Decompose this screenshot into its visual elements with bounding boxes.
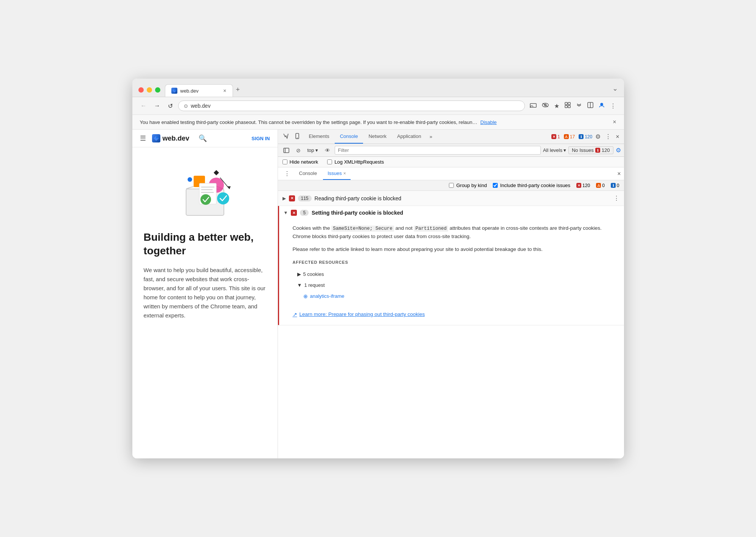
notification-close-button[interactable]: × — [613, 119, 616, 125]
sign-in-button[interactable]: SIGN IN — [251, 136, 270, 141]
issues-info-icon: ℹ — [611, 183, 616, 188]
issues-info-badge: ℹ 0 — [611, 183, 619, 188]
setting-cookie-issue-header[interactable]: ▼ ✕ 5 Setting third-party cookie is bloc… — [279, 206, 624, 220]
tab-bar: web.dev × + — [165, 83, 608, 97]
cookies-label: 5 cookies — [303, 271, 324, 279]
tab-network[interactable]: Network — [363, 130, 392, 144]
console-settings-button[interactable]: ⚙ — [616, 147, 621, 154]
window-controls: ⌄ — [612, 84, 618, 93]
hide-network-checkbox[interactable]: Hide network — [283, 159, 318, 165]
devtools-close-button[interactable]: × — [614, 132, 621, 142]
info-icon: ℹ — [579, 134, 584, 139]
setting-cookie-issue-group: ▼ ✕ 5 Setting third-party cookie is bloc… — [278, 206, 624, 325]
include-third-party-input[interactable] — [493, 183, 498, 188]
group-by-kind-checkbox[interactable]: Group by kind — [449, 183, 487, 188]
site-logo-text: web.dev — [163, 135, 189, 142]
browser-tab[interactable]: web.dev × — [165, 84, 233, 97]
chrome-menu-button[interactable]: ⋮ — [608, 101, 618, 111]
tab-console[interactable]: Console — [335, 130, 363, 144]
devtools-subtabs: ⋮ Console Issues × × — [278, 167, 624, 180]
live-expression-button[interactable]: 👁 — [323, 146, 332, 155]
issues-info-count: 0 — [617, 183, 619, 188]
nav-actions: ★ — [528, 100, 618, 111]
site-headline: Building a better web, together — [144, 231, 266, 258]
issues-error-count: 120 — [582, 183, 590, 188]
context-selector[interactable]: top ▾ — [305, 147, 320, 154]
subtabs-more-button[interactable]: ⋮ — [281, 169, 293, 179]
log-xml-checkbox[interactable]: Log XMLHttpRequests — [327, 159, 384, 165]
address-bar[interactable]: ⊙ web.dev — [178, 101, 525, 111]
analytics-label: analytics-iframe — [310, 292, 345, 300]
hide-network-input[interactable] — [283, 159, 287, 164]
request-resource[interactable]: ▼ 1 request — [293, 280, 616, 291]
bookmark-button[interactable]: ★ — [552, 101, 561, 111]
analytics-iframe-link[interactable]: ⊕ analytics-iframe — [293, 291, 616, 302]
minimize-button[interactable] — [147, 87, 152, 93]
tab-close-button[interactable]: × — [223, 88, 226, 93]
code-samesite: SameSite=None; Secure — [331, 226, 394, 232]
forward-button[interactable]: → — [152, 101, 163, 111]
devtools-settings-button[interactable]: ⚙ — [594, 132, 602, 142]
subtab-panel-close[interactable]: × — [617, 170, 621, 177]
issues-total-badge: ✕ 120 — [576, 183, 590, 188]
subtab-issues[interactable]: Issues × — [323, 167, 351, 180]
include-third-party-checkbox[interactable]: Include third-party cookie issues — [493, 183, 570, 188]
group-by-kind-input[interactable] — [449, 183, 454, 188]
sidebar-toggle-button[interactable] — [281, 147, 292, 154]
reading-issue-menu[interactable]: ⋮ — [613, 195, 619, 202]
refresh-button[interactable]: ↺ — [166, 101, 175, 111]
site-content: Building a better web, together We want … — [132, 147, 278, 458]
iframe-icon: ⊕ — [303, 292, 308, 300]
more-tabs-button[interactable]: » — [427, 130, 435, 144]
svg-point-26 — [297, 138, 298, 138]
tab-application[interactable]: Application — [392, 130, 427, 144]
issues-warn-badge: ⚠ 0 — [596, 183, 605, 188]
code-partitioned: Partitioned — [414, 226, 448, 232]
no-issues-badge: No Issues ℹ 120 — [568, 146, 613, 154]
info-badge: ℹ 120 — [579, 134, 592, 139]
toggle-devtools-button[interactable] — [585, 100, 595, 111]
block-requests-button[interactable]: ⊘ — [294, 146, 303, 155]
eye-button[interactable] — [540, 101, 551, 111]
devtools-button[interactable] — [574, 100, 584, 111]
notification-action[interactable]: Disable — [480, 119, 497, 125]
levels-selector[interactable]: All levels ▾ — [543, 147, 566, 153]
new-tab-button[interactable]: + — [233, 83, 243, 96]
learn-more-link[interactable]: ↗ Learn more: Prepare for phasing out th… — [279, 307, 624, 325]
error-icon: ✕ — [551, 134, 556, 139]
site-logo: web.dev — [152, 134, 189, 142]
hamburger-menu[interactable]: ☰ — [140, 134, 146, 142]
extensions-button[interactable] — [563, 100, 573, 111]
cast-button[interactable] — [528, 101, 539, 111]
log-xml-input[interactable] — [327, 159, 332, 164]
filter-input[interactable] — [335, 146, 541, 155]
subtab-issues-close[interactable]: × — [343, 171, 346, 176]
devtools-inspect-button[interactable] — [281, 131, 291, 142]
setting-error-badge: ✕ — [291, 210, 297, 216]
setting-cookie-expanded: ▼ ✕ 5 Setting third-party cookie is bloc… — [278, 206, 624, 325]
profile-button[interactable] — [597, 100, 607, 111]
cookies-expand-arrow: ▶ — [297, 271, 301, 279]
issue-body-p1: Cookies with the SameSite=None; Secure a… — [293, 224, 616, 241]
site-search-button[interactable]: 🔍 — [199, 134, 207, 142]
back-button[interactable]: ← — [138, 101, 149, 111]
devtools-device-button[interactable] — [292, 131, 302, 142]
svg-rect-5 — [565, 102, 567, 105]
main-area: ☰ web.dev 🔍 SIGN IN — [132, 130, 624, 458]
tab-elements[interactable]: Elements — [304, 130, 335, 144]
svg-rect-27 — [284, 148, 289, 153]
setting-expand-arrow: ▼ — [284, 210, 288, 215]
devtools-more-button[interactable]: ⋮ — [604, 132, 613, 142]
site-body-text: We want to help you build beautiful, acc… — [144, 266, 266, 320]
maximize-button[interactable] — [155, 87, 160, 93]
reading-cookie-issue-header[interactable]: ▶ ✕ 115 Reading third-party cookie is bl… — [278, 191, 624, 206]
issues-error-icon: ✕ — [576, 183, 581, 188]
close-button[interactable] — [138, 87, 144, 93]
subtab-console[interactable]: Console — [295, 167, 322, 180]
levels-arrow: ▾ — [564, 147, 566, 153]
warning-icon: ⚠ — [564, 134, 569, 139]
cookies-resource[interactable]: ▶ 5 cookies — [293, 269, 616, 280]
svg-marker-24 — [227, 186, 231, 189]
reading-cookie-issue-group: ▶ ✕ 115 Reading third-party cookie is bl… — [278, 191, 624, 206]
issues-warn-icon: ⚠ — [596, 183, 601, 188]
